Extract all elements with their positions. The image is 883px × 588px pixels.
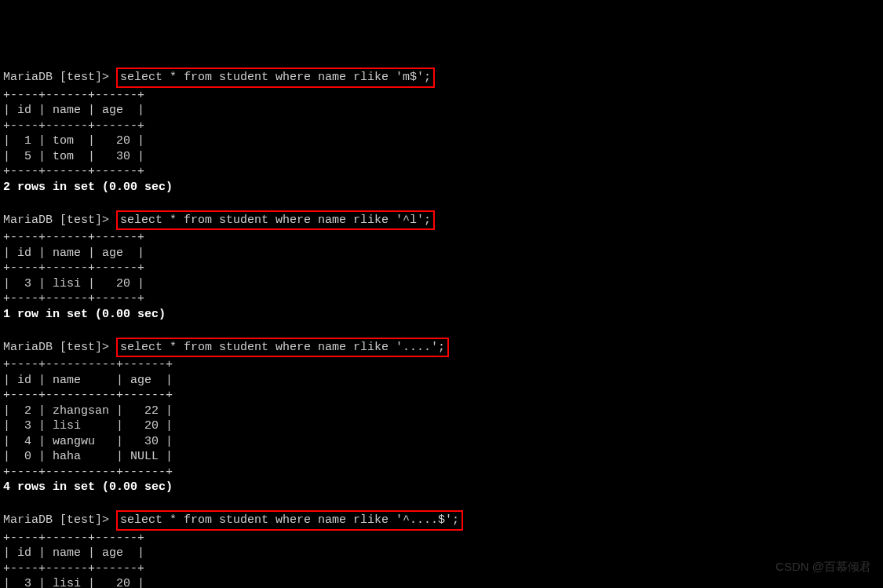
- table-header: | id | name | age |: [3, 373, 880, 389]
- blank-line: [3, 195, 880, 210]
- table-row: | 0 | haha | NULL |: [3, 449, 880, 465]
- table-row: | 3 | lisi | 20 |: [3, 276, 880, 292]
- query-line: MariaDB [test]> select * from student wh…: [3, 510, 880, 531]
- sql-query-highlight: select * from student where name rlike '…: [116, 210, 435, 231]
- table-separator: +----+------+------+: [3, 531, 880, 546]
- sql-query-highlight: select * from student where name rlike '…: [116, 68, 435, 88]
- table-row: | 5 | tom | 30 |: [3, 149, 880, 165]
- query-line: MariaDB [test]> select * from student wh…: [3, 210, 880, 231]
- table-separator: +----+----------+------+: [3, 465, 880, 480]
- query-line: MariaDB [test]> select * from student wh…: [3, 68, 880, 88]
- table-row: | 3 | lisi | 20 |: [3, 576, 880, 588]
- table-separator: +----+----------+------+: [3, 357, 880, 373]
- table-header: | id | name | age |: [3, 246, 880, 261]
- prompt: MariaDB [test]>: [3, 214, 116, 227]
- sql-query-highlight: select * from student where name rlike '…: [116, 510, 463, 531]
- prompt: MariaDB [test]>: [3, 71, 116, 84]
- table-row: | 4 | wangwu | 30 |: [3, 434, 880, 450]
- table-separator: +----+------+------+: [3, 561, 880, 577]
- query-line: MariaDB [test]> select * from student wh…: [3, 338, 880, 358]
- blank-line: [3, 495, 880, 511]
- table-separator: +----+------+------+: [3, 119, 880, 134]
- table-separator: +----+------+------+: [3, 164, 880, 180]
- table-header: | id | name | age |: [3, 103, 880, 119]
- table-header: | id | name | age |: [3, 546, 880, 561]
- prompt: MariaDB [test]>: [3, 341, 116, 354]
- result-footer: 4 rows in set (0.00 sec): [3, 480, 880, 495]
- table-row: | 2 | zhangsan | 22 |: [3, 404, 880, 419]
- terminal-output: MariaDB [test]> select * from student wh…: [3, 68, 880, 588]
- blank-line: [3, 322, 880, 338]
- prompt: MariaDB [test]>: [3, 513, 116, 527]
- table-separator: +----+------+------+: [3, 261, 880, 276]
- watermark: CSDN @百慕倾君: [775, 559, 871, 575]
- table-separator: +----+----------+------+: [3, 388, 880, 404]
- table-row: | 1 | tom | 20 |: [3, 133, 880, 149]
- table-separator: +----+------+------+: [3, 230, 880, 246]
- result-footer: 2 rows in set (0.00 sec): [3, 180, 880, 195]
- table-separator: +----+------+------+: [3, 291, 880, 307]
- table-separator: +----+------+------+: [3, 88, 880, 104]
- table-row: | 3 | lisi | 20 |: [3, 418, 880, 434]
- result-footer: 1 row in set (0.00 sec): [3, 307, 880, 323]
- sql-query-highlight: select * from student where name rlike '…: [116, 338, 449, 358]
